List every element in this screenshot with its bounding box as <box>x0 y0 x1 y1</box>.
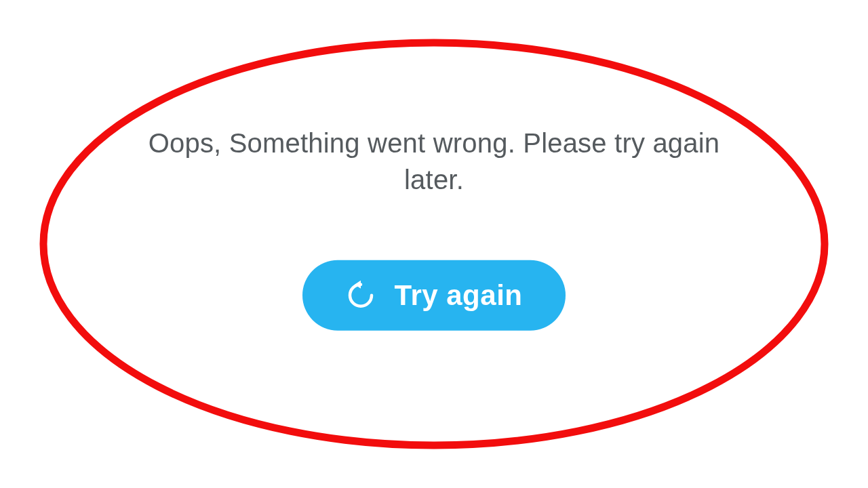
error-message: Oops, Something went wrong. Please try a… <box>129 125 739 198</box>
retry-icon <box>346 281 376 310</box>
error-panel: Oops, Something went wrong. Please try a… <box>129 125 739 331</box>
retry-button-label: Try again <box>395 279 523 312</box>
retry-button[interactable]: Try again <box>302 260 566 331</box>
